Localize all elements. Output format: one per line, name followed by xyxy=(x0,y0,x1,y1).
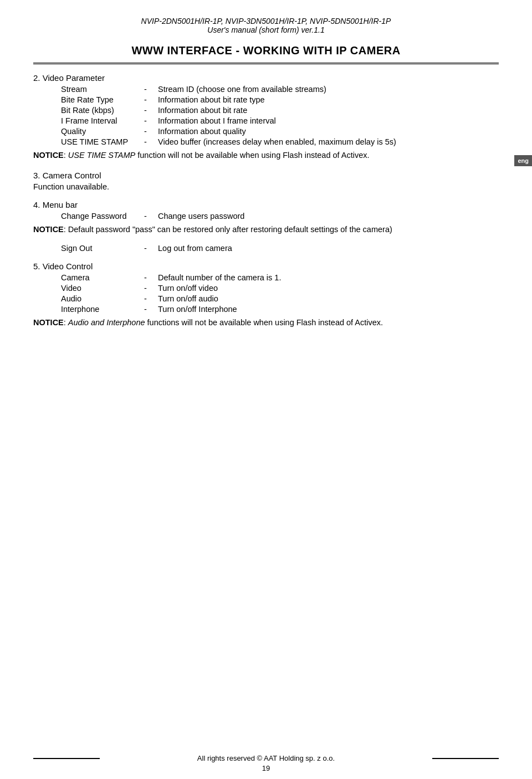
page-number: 19 xyxy=(0,764,532,772)
section-4-heading: 4. Menu bar xyxy=(33,200,499,209)
param-row-quality: Quality - Information about quality xyxy=(33,127,499,136)
param-term-use-time-stamp: USE TIME STAMP xyxy=(33,137,144,146)
notice-label-3: NOTICE xyxy=(33,318,64,327)
param-def-bite-rate-type: Information about bit rate type xyxy=(158,95,499,104)
param-sep-video: - xyxy=(144,284,158,293)
param-sep-use-time-stamp: - xyxy=(144,137,158,146)
param-def-camera: Default number of the camera is 1. xyxy=(158,273,499,282)
param-term-quality: Quality xyxy=(33,127,144,136)
param-sep-stream: - xyxy=(144,85,158,94)
section-video-control: 5. Video Control Camera - Default number… xyxy=(33,262,499,329)
param-term-i-frame: I Frame Interval xyxy=(33,116,144,125)
param-sep-bite-rate-type: - xyxy=(144,95,158,104)
section-5-heading: 5. Video Control xyxy=(33,262,499,271)
section-video-parameter: 2. Video Parameter Stream - Stream ID (c… xyxy=(33,73,499,162)
param-term-bit-rate: Bit Rate (kbps) xyxy=(33,106,144,115)
param-sep-audio: - xyxy=(144,294,158,303)
notice-italic-use-time-stamp: USE TIME STAMP xyxy=(68,151,135,160)
param-row-interphone: Interphone - Turn on/off Interphone xyxy=(33,305,499,314)
footer-line-left xyxy=(33,758,100,759)
section-camera-control: 3. Camera Control Function unavailable. xyxy=(33,171,499,191)
param-term-stream: Stream xyxy=(33,85,144,94)
param-term-bite-rate-type: Bite Rate Type xyxy=(33,95,144,104)
footer-copyright: All rights reserved © AAT Holding sp. z … xyxy=(100,754,432,762)
param-term-camera: Camera xyxy=(33,273,144,282)
param-def-i-frame: Information about I frame interval xyxy=(158,116,499,125)
param-term-change-password: Change Password xyxy=(33,212,144,221)
param-term-video: Video xyxy=(33,284,144,293)
section-2-heading: 2. Video Parameter xyxy=(33,73,499,83)
param-row-sign-out: Sign Out - Log out from camera xyxy=(33,244,499,253)
param-row-stream: Stream - Stream ID (choose one from avai… xyxy=(33,85,499,94)
param-sep-quality: - xyxy=(144,127,158,136)
header-section: NVIP-2DN5001H/IR-1P, NVIP-3DN5001H/IR-1P… xyxy=(33,17,499,34)
param-def-sign-out: Log out from camera xyxy=(158,244,499,253)
param-sep-bit-rate: - xyxy=(144,106,158,115)
param-def-quality: Information about quality xyxy=(158,127,499,136)
param-def-bit-rate: Information about bit rate xyxy=(158,106,499,115)
notice-use-time-stamp: NOTICE: USE TIME STAMP function will not… xyxy=(33,150,499,162)
notice-audio-interphone: NOTICE: Audio and Interphone functions w… xyxy=(33,317,499,329)
param-sep-interphone: - xyxy=(144,305,158,314)
page-container: eng NVIP-2DN5001H/IR-1P, NVIP-3DN5001H/I… xyxy=(0,0,532,779)
param-def-video: Turn on/off video xyxy=(158,284,499,293)
main-title: WWW INTERFACE - WORKING WITH IP CAMERA xyxy=(33,44,499,57)
notice-italic-audio-interphone: Audio and Interphone xyxy=(68,318,145,327)
param-row-use-time-stamp: USE TIME STAMP - Video buffer (increases… xyxy=(33,137,499,146)
divider-double xyxy=(33,63,499,64)
param-sep-camera: - xyxy=(144,273,158,282)
param-def-use-time-stamp: Video buffer (increases delay when enabl… xyxy=(158,137,499,146)
param-def-audio: Turn on/off audio xyxy=(158,294,499,303)
footer-line-right xyxy=(432,758,499,759)
param-row-bit-rate: Bit Rate (kbps) - Information about bit … xyxy=(33,106,499,115)
notice-default-password: NOTICE: Default password "pass" can be r… xyxy=(33,224,499,236)
model-line: NVIP-2DN5001H/IR-1P, NVIP-3DN5001H/IR-1P… xyxy=(33,17,499,25)
param-row-camera: Camera - Default number of the camera is… xyxy=(33,273,499,282)
param-term-audio: Audio xyxy=(33,294,144,303)
param-term-sign-out: Sign Out xyxy=(33,244,144,253)
notice-label-1: NOTICE xyxy=(33,151,64,160)
param-term-interphone: Interphone xyxy=(33,305,144,314)
param-row-i-frame: I Frame Interval - Information about I f… xyxy=(33,116,499,125)
param-def-stream: Stream ID (choose one from available str… xyxy=(158,85,499,94)
param-def-interphone: Turn on/off Interphone xyxy=(158,305,499,314)
notice-label-2: NOTICE xyxy=(33,225,64,234)
section-menu-bar: 4. Menu bar Change Password - Change use… xyxy=(33,200,499,253)
param-row-change-password: Change Password - Change users password xyxy=(33,212,499,221)
param-sep-i-frame: - xyxy=(144,116,158,125)
param-row-video: Video - Turn on/off video xyxy=(33,284,499,293)
manual-subtitle: User's manual (short form) ver.1.1 xyxy=(33,25,499,34)
param-row-bite-rate-type: Bite Rate Type - Information about bit r… xyxy=(33,95,499,104)
param-sep-sign-out: - xyxy=(144,244,158,253)
eng-badge: eng xyxy=(514,155,532,166)
param-sep-change-password: - xyxy=(144,212,158,221)
section-3-heading: 3. Camera Control xyxy=(33,171,499,180)
param-row-audio: Audio - Turn on/off audio xyxy=(33,294,499,303)
param-def-change-password: Change users password xyxy=(158,212,499,221)
footer-section: All rights reserved © AAT Holding sp. z … xyxy=(33,754,499,762)
camera-control-body: Function unavailable. xyxy=(33,182,499,191)
